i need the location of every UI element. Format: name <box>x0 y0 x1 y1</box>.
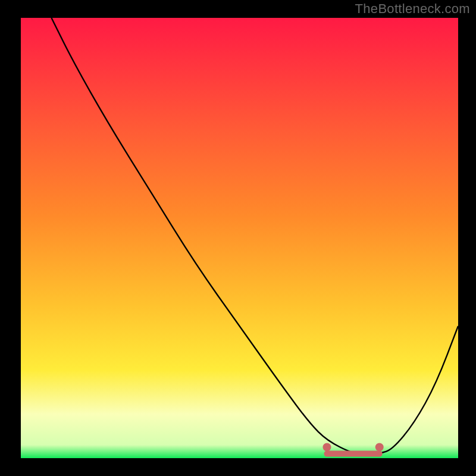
watermark-text: TheBottleneck.com <box>355 1 470 17</box>
bottleneck-chart <box>0 0 476 476</box>
chart-stage: TheBottleneck.com <box>0 0 476 476</box>
sweet-spot-dot-left <box>323 443 331 452</box>
sweet-spot-dot-right <box>375 443 384 452</box>
